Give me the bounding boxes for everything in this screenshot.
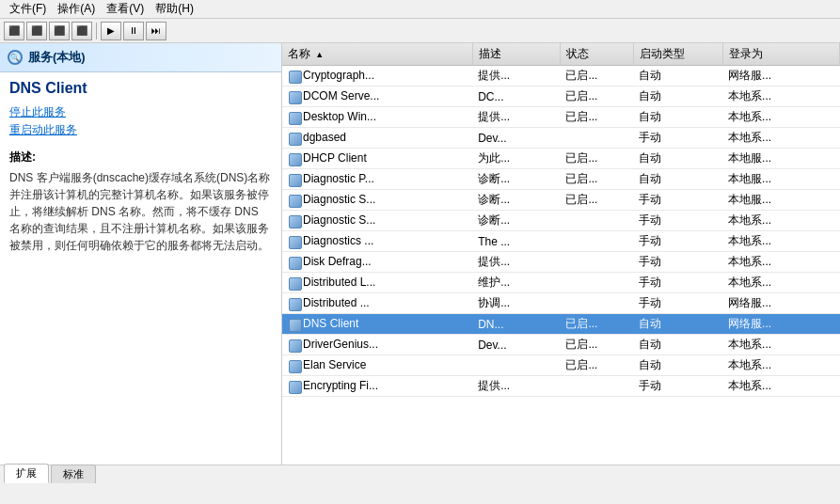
cell-name: Desktop Win... [282,107,472,128]
cell-login: 本地系... [722,107,839,128]
service-icon [288,235,301,248]
cell-startup: 手动 [633,190,722,211]
service-icon [288,70,301,83]
left-panel: 🔍 服务(本地) DNS Client 停止此服务 重启动此服务 描述: DNS… [0,43,282,465]
service-icon [288,111,301,124]
cell-status [560,231,633,252]
cell-desc: 提供... [472,252,560,273]
cell-name: Disk Defrag... [282,252,472,273]
col-header-login[interactable]: 登录为 [722,43,839,66]
cell-desc: 诊断... [472,211,560,231]
cell-desc [472,355,560,376]
cell-status: 已启... [560,87,633,107]
services-table: 名称 ▲ 描述 状态 启动类型 登录为 Cryptograph...提供...已… [282,43,840,397]
service-icon [288,256,301,269]
table-row[interactable]: DCOM Serve...DC...已启...自动本地系... [282,87,840,107]
left-panel-header: 🔍 服务(本地) [0,43,281,72]
cell-status: 已启... [560,190,633,211]
cell-status [560,252,633,273]
selected-service-name: DNS Client [0,72,281,101]
tab-standard[interactable]: 标准 [51,465,96,483]
cell-status: 已启... [560,66,633,87]
cell-startup: 自动 [633,107,722,128]
services-table-scroll[interactable]: 名称 ▲ 描述 状态 启动类型 登录为 Cryptograph...提供...已… [282,43,840,465]
table-row[interactable]: dgbasedDev...手动本地系... [282,128,840,149]
menu-file[interactable]: 文件(F) [4,0,52,19]
cell-login: 网络服... [722,66,839,87]
cell-status [560,273,633,293]
main-container: 🔍 服务(本地) DNS Client 停止此服务 重启动此服务 描述: DNS… [0,43,840,465]
restart-service-link[interactable]: 重启动此服务 [9,122,272,138]
cell-name: Diagnostics ... [282,231,472,252]
service-icon [288,276,301,290]
table-row[interactable]: DriverGenius...Dev...已启...自动本地系... [282,335,840,355]
service-icon [288,132,301,145]
cell-login: 本地系... [722,252,839,273]
cell-status: 已启... [560,314,633,335]
tab-expand[interactable]: 扩展 [4,464,49,483]
cell-desc: 协调... [472,293,560,314]
cell-name: dgbased [282,128,472,149]
toolbar-btn-1[interactable]: ⬛ [4,22,24,40]
menu-view[interactable]: 查看(V) [101,0,150,19]
service-icon [288,152,301,165]
table-row[interactable]: DHCP Client为此...已启...自动本地服... [282,149,840,169]
table-row[interactable]: Encrypting Fi...提供...手动本地系... [282,376,840,397]
table-row[interactable]: Diagnostic P...诊断...已启...自动本地服... [282,169,840,190]
cell-name: Encrypting Fi... [282,376,472,397]
service-icon [288,194,301,207]
cell-name: Cryptograph... [282,66,472,87]
cell-name: Distributed ... [282,293,472,314]
table-row[interactable]: Diagnostic S...诊断...已启...手动本地服... [282,190,840,211]
stop-service-link[interactable]: 停止此服务 [9,104,272,120]
col-header-name[interactable]: 名称 ▲ [282,43,472,66]
toolbar-btn-pause[interactable]: ⏸ [123,22,144,40]
cell-startup: 自动 [633,87,722,107]
cell-status [560,293,633,314]
cell-login: 本地系... [722,273,839,293]
table-row[interactable]: Distributed L...维护...手动本地系... [282,273,840,293]
left-panel-title: 服务(本地) [28,49,86,66]
table-row[interactable]: Elan Service已启...自动本地系... [282,355,840,376]
cell-desc: DN... [472,314,560,335]
cell-status: 已启... [560,335,633,355]
table-row[interactable]: Desktop Win...提供...已启...自动本地系... [282,107,840,128]
toolbar-btn-2[interactable]: ⬛ [26,22,47,40]
toolbar-btn-4[interactable]: ⬛ [71,22,92,40]
cell-name: Distributed L... [282,273,472,293]
cell-name: DriverGenius... [282,335,472,355]
cell-login: 本地系... [722,211,839,231]
table-row[interactable]: Diagnostics ...The ...手动本地系... [282,231,840,252]
table-row[interactable]: Disk Defrag...提供...手动本地系... [282,252,840,273]
cell-desc: The ... [472,231,560,252]
toolbar-btn-3[interactable]: ⬛ [49,22,70,40]
col-header-status[interactable]: 状态 [560,43,633,66]
table-row[interactable]: Cryptograph...提供...已启...自动网络服... [282,66,840,87]
cell-desc: 维护... [472,273,560,293]
col-header-desc[interactable]: 描述 [472,43,560,66]
table-row[interactable]: Distributed ...协调...手动网络服... [282,293,840,314]
toolbar-btn-skip[interactable]: ⏭ [146,22,166,40]
cell-login: 本地服... [722,190,839,211]
cell-status: 已启... [560,355,633,376]
menu-bar: 文件(F) 操作(A) 查看(V) 帮助(H) [0,0,840,19]
table-row[interactable]: Diagnostic S...诊断...手动本地系... [282,211,840,231]
cell-login: 本地服... [722,149,839,169]
cell-login: 本地服... [722,169,839,190]
cell-startup: 自动 [633,314,722,335]
cell-name: DHCP Client [282,149,472,169]
service-icon [288,214,301,228]
col-header-startup[interactable]: 启动类型 [633,43,722,66]
table-row[interactable]: DNS ClientDN...已启...自动网络服... [282,314,840,335]
cell-status: 已启... [560,107,633,128]
menu-help[interactable]: 帮助(H) [150,0,199,19]
menu-action[interactable]: 操作(A) [52,0,101,19]
service-description: DNS 客户端服务(dnscache)缓存域名系统(DNS)名称并注册该计算机的… [0,169,281,254]
cell-name: Diagnostic P... [282,169,472,190]
cell-startup: 手动 [633,128,722,149]
toolbar: ⬛ ⬛ ⬛ ⬛ ▶ ⏸ ⏭ [0,19,840,43]
cell-name: Diagnostic S... [282,211,472,231]
description-label: 描述: [0,142,281,169]
toolbar-btn-play[interactable]: ▶ [101,22,121,40]
cell-desc: 提供... [472,107,560,128]
